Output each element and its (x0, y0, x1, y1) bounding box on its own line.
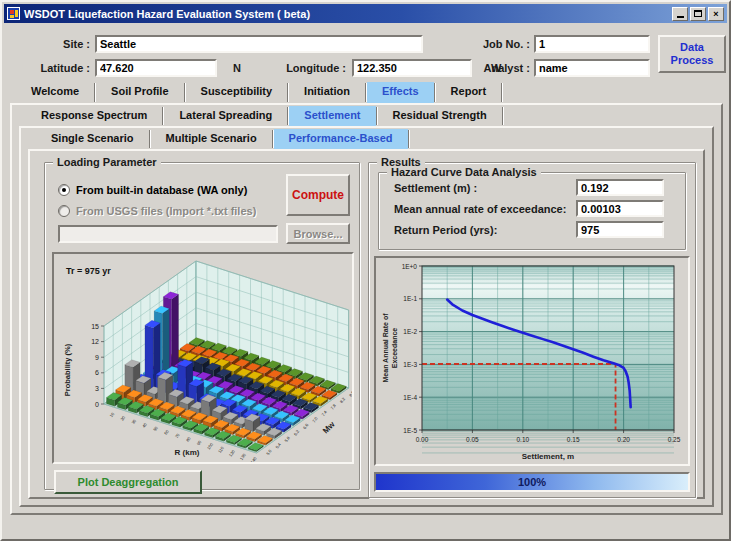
svg-text:6.6: 6.6 (302, 422, 310, 430)
svg-text:3: 3 (95, 385, 99, 392)
svg-text:20: 20 (119, 414, 126, 421)
rate-field-input[interactable] (576, 200, 664, 217)
svg-text:1E-2: 1E-2 (403, 328, 417, 335)
tab-report[interactable]: Report (436, 82, 501, 103)
radio-builtin-database[interactable]: From built-in database (WA only) (58, 184, 247, 196)
svg-text:6.2: 6.2 (293, 428, 301, 436)
svg-text:Mean Annual Rate of: Mean Annual Rate of (382, 313, 389, 383)
svg-text:1E-3: 1E-3 (403, 361, 417, 368)
svg-text:Settlement, m: Settlement, m (522, 452, 574, 461)
radio-builtin-label: From built-in database (WA only) (76, 184, 247, 196)
settlement-field-label: Settlement (m) : (394, 182, 477, 194)
tab-multiple-scenario[interactable]: Multiple Scenario (151, 129, 272, 149)
svg-text:5.8: 5.8 (284, 435, 292, 443)
radio-usgs-files[interactable]: From USGS files (Import *.txt files) (58, 205, 256, 217)
svg-text:5.0: 5.0 (265, 448, 273, 456)
svg-text:Probability (%): Probability (%) (63, 343, 72, 396)
loading-parameter-title: Loading Parameter (53, 156, 161, 168)
maximize-button[interactable] (690, 7, 706, 21)
svg-text:R (km): R (km) (175, 448, 200, 457)
job-no-label: Job No. : (452, 38, 530, 50)
data-process-button[interactable]: Data Process (658, 35, 726, 73)
effects-tabstrip: Response Spectrum Lateral Spreading Sett… (26, 106, 504, 126)
svg-text:80: 80 (185, 435, 192, 442)
svg-text:0.10: 0.10 (516, 436, 529, 443)
progress-bar: 100% (374, 472, 690, 492)
return-period-label: Return Period (yrs): (394, 224, 497, 236)
svg-text:100: 100 (206, 441, 214, 450)
rate-field-label: Mean annual rate of exceedance: (394, 203, 566, 215)
return-period-input[interactable] (576, 221, 664, 238)
minimize-button[interactable] (672, 7, 688, 21)
tab-soil-profile[interactable]: Soil Profile (96, 82, 183, 103)
svg-text:0.20: 0.20 (617, 436, 630, 443)
hazard-curve-title: Hazard Curve Data Analysis (387, 166, 541, 178)
latitude-label: Latitude : (20, 62, 90, 74)
main-tabstrip: Welcome Soil Profile Susceptibility Init… (16, 82, 503, 103)
svg-text:8.2: 8.2 (339, 396, 347, 404)
browse-button[interactable]: Browse... (286, 223, 350, 244)
hazard-curve-plot: 1E+01E-11E-21E-31E-41E-50.000.050.100.15… (376, 258, 688, 464)
settlement-tabstrip: Single Scenario Multiple Scenario Perfor… (36, 129, 410, 149)
hazard-chart: 1E+01E-11E-21E-31E-41E-50.000.050.100.15… (374, 256, 690, 466)
tab-performance-based[interactable]: Performance-Based (274, 129, 408, 149)
svg-text:50: 50 (152, 425, 159, 432)
svg-text:60: 60 (163, 428, 170, 435)
plot-deaggregation-button[interactable]: Plot Deaggregation (54, 470, 202, 494)
svg-text:7.4: 7.4 (320, 409, 328, 417)
tab-settlement[interactable]: Settlement (289, 106, 375, 126)
site-label: Site : (30, 38, 90, 50)
tab-effects[interactable]: Effects (367, 82, 434, 103)
svg-text:12: 12 (91, 338, 99, 345)
svg-text:140: 140 (250, 455, 258, 462)
svg-text:7.0: 7.0 (311, 415, 319, 423)
svg-text:Mw: Mw (321, 419, 337, 435)
svg-text:8.6: 8.6 (348, 389, 352, 397)
tab-lateral-spreading[interactable]: Lateral Spreading (164, 106, 287, 126)
svg-text:7.8: 7.8 (330, 402, 338, 410)
tab-welcome[interactable]: Welcome (16, 82, 94, 103)
analyst-input[interactable] (534, 59, 650, 77)
svg-text:1E+0: 1E+0 (402, 263, 418, 270)
tab-response-spectrum[interactable]: Response Spectrum (26, 106, 162, 126)
svg-text:1E-5: 1E-5 (403, 427, 417, 434)
svg-text:1E-1: 1E-1 (403, 295, 417, 302)
svg-text:0.05: 0.05 (466, 436, 479, 443)
svg-text:1E-4: 1E-4 (403, 394, 417, 401)
svg-text:15: 15 (91, 323, 99, 330)
usgs-file-input[interactable] (58, 225, 278, 243)
deaggregation-3d-plot: 03691215Probability (%)10203040506070809… (54, 254, 352, 462)
radio-builtin-icon (58, 184, 70, 196)
svg-text:0.25: 0.25 (668, 436, 681, 443)
svg-text:9: 9 (95, 354, 99, 361)
svg-text:110: 110 (217, 445, 225, 454)
site-input[interactable] (95, 35, 423, 53)
svg-text:10: 10 (109, 411, 116, 418)
progress-label: 100% (376, 474, 688, 490)
svg-text:0: 0 (95, 401, 99, 408)
window-title: WSDOT Liquefaction Hazard Evaluation Sys… (24, 8, 670, 20)
svg-text:40: 40 (141, 421, 148, 428)
app-window: WSDOT Liquefaction Hazard Evaluation Sys… (0, 0, 731, 541)
svg-text:Exceedance: Exceedance (391, 328, 398, 369)
radio-usgs-label: From USGS files (Import *.txt files) (76, 205, 256, 217)
analyst-label: Analyst : (452, 62, 530, 74)
latitude-direction: N (233, 62, 241, 74)
compute-button[interactable]: Compute (286, 174, 350, 216)
longitude-label: Longitude : (274, 62, 346, 74)
svg-text:Tr = 975 yr: Tr = 975 yr (66, 266, 111, 276)
close-button[interactable]: × (708, 7, 724, 21)
deaggregation-chart: 03691215Probability (%)10203040506070809… (52, 252, 354, 464)
svg-text:30: 30 (130, 418, 137, 425)
title-bar: WSDOT Liquefaction Hazard Evaluation Sys… (4, 4, 727, 23)
tab-single-scenario[interactable]: Single Scenario (36, 129, 149, 149)
svg-text:6: 6 (95, 369, 99, 376)
tab-initiation[interactable]: Initiation (289, 82, 365, 103)
svg-text:0.00: 0.00 (416, 436, 429, 443)
settlement-field-input[interactable] (576, 179, 664, 196)
tab-residual-strength[interactable]: Residual Strength (378, 106, 502, 126)
tab-susceptibility[interactable]: Susceptibility (186, 82, 288, 103)
latitude-input[interactable] (95, 59, 217, 77)
svg-text:90: 90 (196, 439, 203, 446)
job-no-input[interactable] (534, 35, 650, 53)
